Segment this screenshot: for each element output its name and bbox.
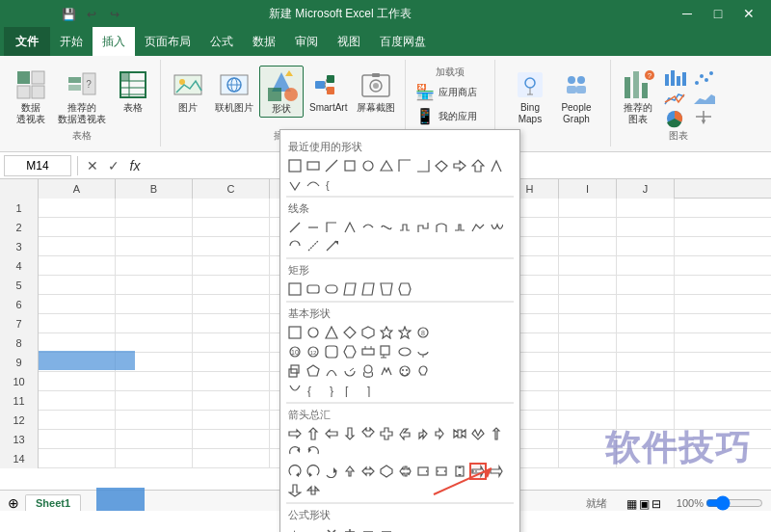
shape-item[interactable]	[433, 157, 450, 174]
shape-item[interactable]	[305, 443, 322, 461]
people-graph-button[interactable]: PeopleGraph	[555, 66, 598, 127]
page-break-view-button[interactable]: ⊟	[651, 497, 661, 511]
row-header-12[interactable]: 12	[0, 411, 39, 430]
cell-I11[interactable]	[559, 391, 617, 411]
shape-item[interactable]	[341, 425, 359, 442]
shape-item[interactable]	[323, 425, 340, 442]
shape-item[interactable]	[286, 324, 304, 341]
cell-A14[interactable]	[39, 449, 116, 468]
menu-item-insert[interactable]: 插入	[93, 27, 135, 56]
shapes-button[interactable]: 形状	[259, 66, 304, 118]
shape-item[interactable]	[359, 463, 377, 480]
cell-J5[interactable]	[617, 276, 675, 295]
shape-item[interactable]	[305, 175, 322, 193]
cell-B12[interactable]	[116, 411, 193, 430]
shape-item[interactable]	[305, 482, 322, 499]
shape-item[interactable]: 8	[414, 324, 432, 341]
online-picture-button[interactable]: 联机图片	[211, 66, 257, 116]
cell-A1[interactable]	[39, 199, 116, 218]
close-button[interactable]: ✕	[734, 4, 763, 23]
shape-item[interactable]: ]	[359, 382, 377, 399]
shape-item[interactable]	[341, 157, 359, 174]
menu-item-baiduyun[interactable]: 百度网盘	[370, 27, 436, 56]
shape-item[interactable]	[396, 425, 413, 442]
row-header-11[interactable]: 11	[0, 391, 39, 411]
cell-J3[interactable]	[617, 237, 675, 256]
cell-I9[interactable]	[559, 353, 617, 372]
cell-B6[interactable]	[116, 295, 193, 314]
shape-item[interactable]	[378, 425, 395, 442]
cell-J2[interactable]	[617, 218, 675, 237]
shape-item[interactable]	[359, 324, 377, 341]
shape-item[interactable]	[305, 280, 322, 298]
cell-A5[interactable]	[39, 276, 116, 295]
shape-item[interactable]	[286, 463, 304, 480]
shape-item[interactable]	[359, 525, 377, 532]
cell-C9[interactable]	[193, 353, 270, 372]
blue-rectangle-shape[interactable]	[39, 351, 135, 370]
row-header-10[interactable]: 10	[0, 372, 39, 391]
shape-item[interactable]	[323, 343, 340, 360]
shape-item[interactable]	[323, 463, 340, 480]
shape-item[interactable]	[414, 425, 432, 442]
redo-button[interactable]: ↪	[104, 4, 125, 25]
row-header-8[interactable]: 8	[0, 333, 39, 353]
cell-A3[interactable]	[39, 237, 116, 256]
shape-item[interactable]	[323, 157, 340, 174]
cell-I1[interactable]	[559, 199, 617, 218]
smartart-button[interactable]: SmartArt	[306, 66, 351, 116]
add-sheet-button[interactable]: ⊕	[4, 495, 23, 511]
cell-A12[interactable]	[39, 411, 116, 430]
cell-I6[interactable]	[559, 295, 617, 314]
shape-item[interactable]	[286, 175, 304, 193]
shape-item[interactable]	[378, 525, 395, 532]
cell-I12[interactable]	[559, 411, 617, 430]
shape-item[interactable]: {	[305, 382, 322, 399]
shape-item[interactable]	[396, 280, 413, 298]
cell-C3[interactable]	[193, 237, 270, 256]
shape-item[interactable]	[396, 157, 413, 174]
shape-item[interactable]	[359, 157, 377, 174]
cell-C10[interactable]	[193, 372, 270, 391]
shape-item[interactable]	[359, 280, 377, 298]
shape-item[interactable]	[341, 525, 359, 532]
shape-item[interactable]	[286, 219, 304, 236]
cell-J6[interactable]	[617, 295, 675, 314]
shape-item[interactable]	[469, 425, 487, 442]
cell-B8[interactable]	[116, 333, 193, 353]
cell-B14[interactable]	[116, 449, 193, 468]
shape-item[interactable]	[414, 157, 432, 174]
col-header-J[interactable]: J	[617, 179, 675, 199]
shape-item[interactable]: {	[323, 175, 340, 193]
screenshot-button[interactable]: 屏幕截图	[353, 66, 399, 116]
shape-item[interactable]	[469, 157, 487, 174]
cell-A2[interactable]	[39, 218, 116, 237]
cell-C12[interactable]	[193, 411, 270, 430]
shape-item[interactable]	[359, 219, 377, 236]
cell-C13[interactable]	[193, 430, 270, 449]
formula-cancel-icon[interactable]: ✕	[84, 157, 101, 174]
shape-item[interactable]	[378, 219, 395, 236]
shape-item[interactable]	[286, 382, 304, 399]
shape-item[interactable]	[286, 157, 304, 174]
shape-item[interactable]	[414, 343, 432, 360]
shape-item[interactable]	[286, 425, 304, 442]
col-header-B[interactable]: B	[116, 179, 193, 199]
pie-chart-button[interactable]	[661, 108, 688, 129]
shape-item[interactable]	[286, 280, 304, 298]
col-header-I[interactable]: I	[559, 179, 617, 199]
zoom-slider[interactable]	[705, 495, 763, 511]
shape-item[interactable]	[378, 324, 395, 341]
row-header-4[interactable]: 4	[0, 256, 39, 276]
shape-item[interactable]	[451, 157, 468, 174]
row-header-9[interactable]: 9	[0, 353, 39, 372]
cell-C4[interactable]	[193, 256, 270, 276]
cell-I2[interactable]	[559, 218, 617, 237]
cell-B3[interactable]	[116, 237, 193, 256]
recommended-pivot-button[interactable]: ? 推荐的数据透视表	[54, 66, 110, 127]
pivot-table-button[interactable]: 数据透视表	[10, 66, 52, 127]
shape-item[interactable]	[323, 362, 340, 380]
row-header-7[interactable]: 7	[0, 314, 39, 333]
normal-view-button[interactable]: ▦	[626, 497, 637, 511]
row-header-5[interactable]: 5	[0, 276, 39, 295]
